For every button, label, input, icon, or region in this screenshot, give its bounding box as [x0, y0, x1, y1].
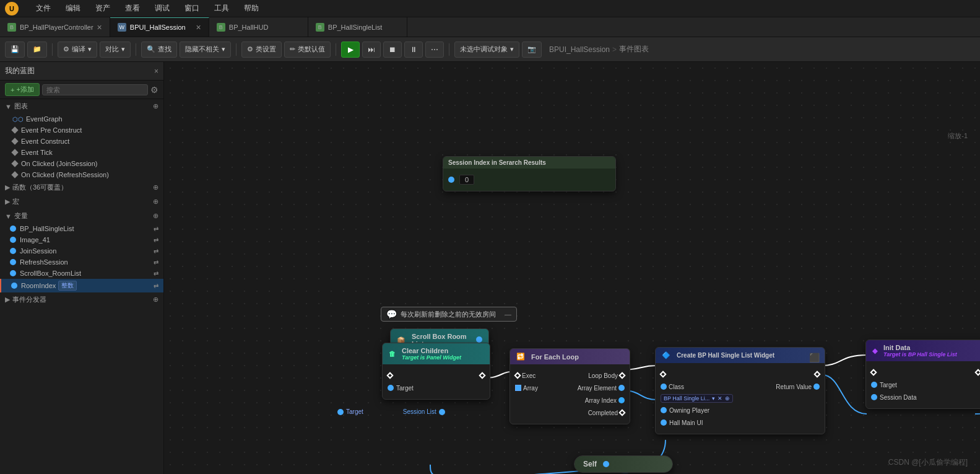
graphs-add-icon[interactable]: ⊕	[153, 102, 158, 110]
menu-help[interactable]: 帮助	[241, 2, 261, 15]
var-joinsession[interactable]: JoinSession ⇄	[0, 245, 163, 257]
functions-add-icon[interactable]: ⊕	[153, 183, 158, 191]
debug-target-button[interactable]: 未选中调试对象 ▾	[454, 42, 519, 58]
on-clicked-refresh-item[interactable]: On Clicked (RefreshSession)	[0, 169, 163, 180]
class-selector[interactable]: BP Hall Single Li... ▾ ✕ ⊕	[661, 394, 733, 403]
menu-window[interactable]: 窗口	[182, 2, 202, 15]
create-bp-node[interactable]: 🔷 Create BP Hall Single List Widget ⬛ Cl…	[655, 347, 825, 434]
clear-children-header: 🗑 Clear Children Target is Panel Widget	[383, 343, 490, 364]
stop-button[interactable]: ⏹	[383, 42, 402, 58]
compile-button[interactable]: ⚙ 编译 ▾	[58, 42, 97, 58]
add-icon: +	[11, 86, 14, 94]
tab-close-1[interactable]: ×	[97, 22, 102, 32]
panel-close-button[interactable]: ×	[154, 67, 158, 76]
menu-view[interactable]: 查看	[123, 2, 142, 15]
comment-node[interactable]: 💬 每次刷新前删除之前的无效房间 —	[381, 307, 517, 322]
zoom-label: 缩放-1	[948, 131, 968, 141]
var-label-3: JoinSession	[20, 247, 56, 255]
event-tick-item[interactable]: Event Tick	[0, 147, 163, 158]
play-button[interactable]: ▶	[341, 42, 360, 58]
panel-title: 我的蓝图	[5, 66, 35, 76]
camera-button[interactable]: 📷	[522, 42, 542, 58]
find-button[interactable]: 🔍 查找	[141, 42, 177, 58]
macros-add-icon[interactable]: ⊕	[153, 198, 158, 206]
class-dropdown-icon: ▾	[712, 395, 715, 402]
var-bp-hallsinglelist[interactable]: BP_HallSingleList ⇄	[0, 223, 163, 234]
self-node[interactable]: Self	[574, 455, 673, 473]
section-functions[interactable]: ▶ 函数（36可覆盖） ⊕	[0, 180, 163, 195]
init-target-label: Target	[880, 382, 897, 388]
tab-bp-hallsinglelist[interactable]: B BP_HallSingleList	[308, 17, 407, 37]
session-index-node[interactable]: Session Index in Serarch Results 0	[443, 156, 616, 191]
tab-label-1: BP_HallPlayerController	[20, 24, 93, 31]
tab-bpui-hallsession[interactable]: W BPUI_HallSession ×	[110, 17, 209, 37]
on-clicked-join-item[interactable]: On Clicked (JoinSession)	[0, 158, 163, 169]
find-label: 查找	[158, 45, 171, 54]
event-construct-item[interactable]: Event Construct	[0, 136, 163, 147]
session-value-row: 0	[443, 173, 615, 186]
class-settings-button[interactable]: ⚙ 类设置	[241, 42, 282, 58]
event-graph-item[interactable]: ⬡⬡ EventGraph	[0, 113, 163, 125]
completed-label: Completed	[588, 410, 618, 416]
menu-debug[interactable]: 调试	[152, 2, 172, 15]
variables-add-icon[interactable]: ⊕	[153, 212, 158, 220]
tab-bp-hallplayercontroller[interactable]: B BP_HallPlayerController ×	[0, 17, 110, 37]
create-owning-label: Owning Player	[669, 407, 709, 414]
save-button[interactable]: 💾	[5, 42, 25, 58]
dispatchers-add-icon[interactable]: ⊕	[153, 296, 158, 304]
menu-assets[interactable]: 资产	[93, 2, 113, 15]
session-index-title: Session Index in Serarch Results	[448, 159, 546, 166]
clear-children-node[interactable]: 🗑 Clear Children Target is Panel Widget …	[382, 343, 490, 400]
create-return-pin	[813, 384, 820, 390]
macros-label: 宏	[12, 197, 19, 206]
browse-button[interactable]: 📁	[27, 42, 47, 58]
bottom-target-label-group: Target Session List	[337, 408, 445, 415]
diff-button[interactable]: 对比 ▾	[100, 42, 131, 58]
add-button[interactable]: + +添加	[5, 83, 40, 96]
menu-file[interactable]: 文件	[33, 2, 53, 15]
class-clear-icon[interactable]: ✕	[718, 395, 722, 402]
pause-button[interactable]: ⏸	[404, 42, 423, 58]
comment-collapse[interactable]: —	[505, 310, 511, 318]
init-exec-row	[866, 366, 980, 379]
section-macros[interactable]: ▶ 宏 ⊕	[0, 195, 163, 209]
section-event-dispatchers[interactable]: ▶ 事件分发器 ⊕	[0, 292, 163, 307]
clear-children-title: Clear Children	[402, 347, 461, 354]
tab-bp-hallhud[interactable]: B BP_HallHUD	[209, 17, 308, 37]
var-arrows-4: ⇄	[154, 259, 158, 266]
init-session-row: Session Data	[866, 391, 980, 403]
menu-edit[interactable]: 编辑	[63, 2, 83, 15]
create-exec-row	[656, 368, 825, 380]
gear-icon[interactable]: ⚙	[150, 85, 158, 95]
blueprint-canvas[interactable]: 缩放-1 💬	[164, 62, 980, 474]
more-button[interactable]: ⋯	[425, 42, 444, 58]
array-in-label: Array	[523, 385, 538, 392]
hide-button[interactable]: 隐藏不相关 ▾	[180, 42, 231, 58]
for-each-loop-node[interactable]: 🔁 For Each Loop Exec Loop Body	[510, 348, 630, 424]
menu-tools[interactable]: 工具	[212, 2, 232, 15]
for-each-header: 🔁 For Each Loop	[510, 349, 630, 364]
class-browse-icon[interactable]: ⊕	[725, 395, 730, 402]
var-roomindex[interactable]: RoomIndex 整数 ⇄	[0, 279, 163, 292]
functions-toggle: ▶	[5, 183, 10, 191]
clear-target-label: Target	[396, 385, 414, 392]
section-graphs[interactable]: ▼ 图表 ⊕	[0, 99, 163, 113]
clear-exec-in	[386, 372, 393, 379]
var-refreshsession[interactable]: RefreshSession ⇄	[0, 257, 163, 268]
clear-target-pin	[388, 385, 394, 391]
var-scrollbox-roomlist[interactable]: ScrollBox_RoomList ⇄	[0, 268, 163, 279]
left-panel: 我的蓝图 × + +添加 ⚙ ▼ 图表 ⊕ ⬡⬡ EventGraph Even…	[0, 62, 164, 474]
create-bp-expand-icon[interactable]: ⬛	[809, 353, 820, 362]
class-defaults-button[interactable]: ✏ 类默认值	[284, 42, 331, 58]
bottom-target-pin	[337, 409, 344, 415]
app-logo: U	[5, 2, 19, 15]
init-data-node[interactable]: ◆ Init Data Target is BP Hall Single Lis…	[865, 340, 980, 409]
var-image41[interactable]: Image_41 ⇄	[0, 234, 163, 245]
section-variables[interactable]: ▼ 变量 ⊕	[0, 209, 163, 223]
search-input[interactable]	[42, 84, 148, 95]
event-pre-construct-item[interactable]: Event Pre Construct	[0, 125, 163, 136]
step-forward-button[interactable]: ⏭	[362, 42, 381, 58]
tab-close-2[interactable]: ×	[196, 22, 201, 32]
event-tick-label: Event Tick	[21, 149, 53, 156]
completed-pin	[618, 409, 625, 416]
